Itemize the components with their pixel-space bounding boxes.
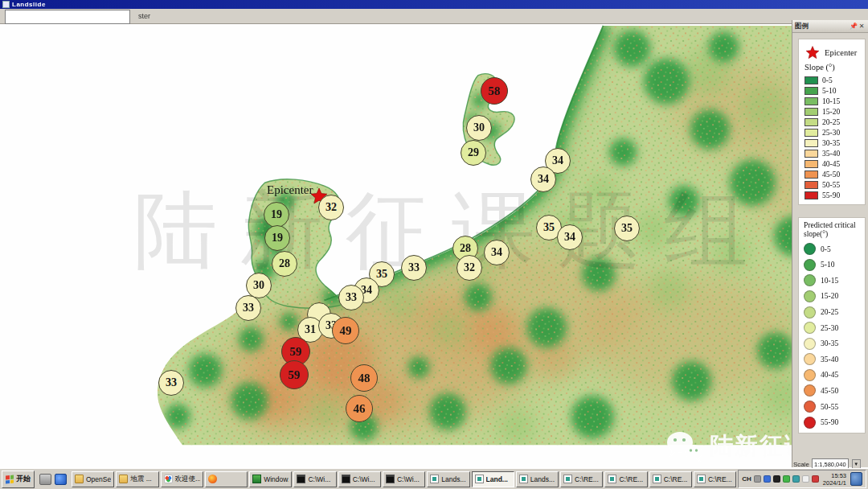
toolbar-combobox[interactable] — [5, 10, 130, 24]
critical-class-label: 45-50 — [821, 387, 838, 395]
folder-icon — [75, 475, 84, 483]
slope-marker[interactable]: 58 — [481, 77, 508, 105]
slope-marker[interactable]: 33 — [338, 285, 364, 310]
slope-marker[interactable]: 34 — [557, 224, 583, 250]
taskbar-button[interactable]: Window... — [249, 471, 292, 487]
map-view[interactable]: 陆新征课题组 Epicenter 58302934343219192830333… — [0, 24, 868, 468]
slope-marker[interactable]: 34 — [530, 166, 556, 192]
wechat-icon — [665, 429, 704, 464]
blue-app-icon[interactable] — [55, 474, 67, 485]
slope-marker[interactable]: 46 — [346, 395, 373, 422]
legend-class-swatch — [805, 118, 818, 126]
critical-class-row: 5-10 — [799, 257, 865, 273]
taskbar-button[interactable]: 地震 ... — [116, 471, 158, 487]
printer-icon[interactable] — [39, 474, 51, 485]
taskbar-button-label: C:\RE... — [708, 475, 732, 483]
legend-class-row: 20-25 — [799, 117, 865, 127]
taskbar-button[interactable]: C:\Wi... — [293, 471, 336, 487]
slope-marker[interactable]: 32 — [318, 195, 344, 220]
tray-icon[interactable] — [754, 475, 761, 483]
taskbar-buttons: OpenSees地震 ...欢迎使...Window...C:\Wi...C:\… — [72, 471, 736, 487]
slope-legend-box: Epicenter Slope (°) 0-5 5-10 10-15 15-20… — [798, 39, 866, 205]
slope-marker[interactable]: 33 — [235, 295, 261, 321]
show-desktop-icon[interactable] — [850, 472, 862, 486]
legend-class-swatch — [805, 108, 818, 116]
taskbar-button[interactable]: C:\RE... — [604, 471, 647, 487]
legend-class-row: 0-5 — [799, 75, 865, 85]
taskbar-button[interactable] — [205, 471, 248, 487]
pin-icon[interactable]: 📌 — [850, 23, 858, 30]
slope-marker[interactable]: 29 — [461, 140, 486, 166]
slope-marker[interactable]: 33 — [401, 255, 427, 281]
legend-class-row: 40-45 — [799, 158, 865, 169]
taskbar-button[interactable]: Land... — [472, 471, 514, 487]
start-label: 开始 — [16, 474, 31, 484]
critical-class-row: 55-90 — [799, 414, 865, 430]
slope-marker[interactable]: 35 — [614, 216, 640, 241]
legend-class-label: 15-20 — [822, 108, 840, 116]
taskbar-button[interactable]: Lands... — [516, 471, 559, 487]
critical-class-swatch — [804, 338, 816, 350]
taskbar-button-label: C:\RE... — [664, 475, 688, 483]
legend-class-swatch — [805, 139, 818, 147]
critical-class-row: 40-45 — [799, 368, 865, 384]
legend-class-swatch — [805, 181, 818, 189]
tray-icon[interactable] — [802, 475, 809, 483]
legend-panel: 图例 📌 ✕ Epicenter Slope (°) 0-5 5-10 10-1… — [792, 20, 868, 467]
critical-class-label: 20-25 — [821, 308, 838, 316]
taskbar-button[interactable]: C:\RE... — [560, 471, 603, 487]
tray-icon[interactable] — [812, 475, 819, 483]
clock[interactable]: 15:53 2024/1/1 — [823, 472, 846, 487]
legend-class-label: 40-45 — [822, 160, 840, 168]
critical-class-row: 25-30 — [799, 320, 865, 336]
legend-class-swatch — [805, 129, 818, 137]
slope-marker[interactable]: 19 — [264, 202, 289, 228]
slope-marker[interactable]: 30 — [466, 115, 492, 141]
critical-slope-legend-title: Predicted critical slope(°) — [804, 221, 863, 239]
tray-icon[interactable] — [773, 475, 780, 483]
legend-class-label: 0-5 — [822, 76, 833, 84]
close-icon[interactable]: ✕ — [858, 23, 866, 30]
tray-icons — [754, 475, 819, 483]
legend-panel-header[interactable]: 图例 📌 ✕ — [792, 20, 868, 33]
taskbar-button[interactable]: C:\RE... — [649, 471, 692, 487]
slope-marker[interactable]: 28 — [272, 251, 297, 277]
app-color-icon — [164, 475, 173, 483]
critical-class-label: 25-30 — [821, 324, 838, 332]
language-indicator[interactable]: CH — [742, 475, 751, 483]
legend-class-row: 30-35 — [799, 138, 865, 148]
firefox-icon — [208, 475, 217, 483]
tray-icon[interactable] — [792, 475, 800, 483]
slope-marker[interactable]: 59 — [280, 360, 309, 389]
application-window: Landslide ster — [0, 0, 868, 489]
slope-marker[interactable]: 19 — [264, 225, 290, 251]
map-doc-icon — [519, 475, 528, 483]
critical-class-row: 10-15 — [799, 273, 865, 289]
slope-marker[interactable]: 33 — [158, 370, 184, 396]
slope-marker[interactable]: 32 — [457, 255, 482, 281]
legend-class-swatch — [805, 160, 818, 168]
taskbar-button[interactable]: OpenSees — [72, 471, 114, 487]
window-titlebar[interactable]: Landslide — [0, 0, 868, 9]
slope-classes: 0-5 5-10 10-15 15-20 20-25 25-30 30-35 3… — [799, 75, 865, 200]
tray-icon[interactable] — [764, 475, 771, 483]
taskbar-button[interactable]: Lands... — [427, 471, 469, 487]
taskbar-button[interactable]: C:\RE... — [694, 471, 736, 487]
critical-class-swatch — [804, 259, 816, 271]
slope-marker[interactable]: 49 — [332, 317, 359, 344]
taskbar-button[interactable]: C:\Wi... — [338, 471, 381, 487]
legend-class-label: 45-50 — [822, 171, 840, 179]
critical-class-label: 0-5 — [821, 245, 831, 253]
taskbar-button[interactable]: 欢迎使... — [161, 471, 203, 487]
scale-label: Scale — [793, 461, 809, 468]
tray-icon[interactable] — [783, 475, 790, 483]
legend-class-label: 55-90 — [822, 191, 840, 199]
start-button[interactable]: 开始 — [2, 471, 35, 488]
legend-class-swatch — [805, 87, 818, 95]
slope-marker[interactable]: 34 — [484, 240, 510, 265]
legend-class-row: 45-50 — [799, 169, 865, 179]
slope-marker[interactable]: 48 — [350, 364, 378, 392]
taskbar-button-label: C:\Wi... — [308, 475, 330, 483]
taskbar-button[interactable]: C:\Wi... — [383, 471, 425, 487]
critical-class-label: 35-40 — [821, 355, 838, 364]
